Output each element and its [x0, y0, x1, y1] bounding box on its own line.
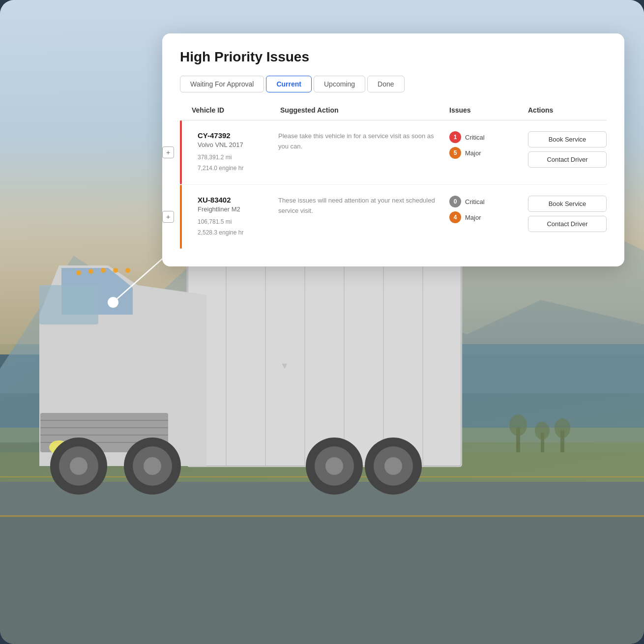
tab-upcoming[interactable]: Upcoming [314, 76, 365, 92]
badge-critical-2: 0 [449, 196, 461, 207]
tabs-container: Waiting For Approval Current Upcoming Do… [180, 76, 607, 92]
svg-point-46 [509, 414, 527, 436]
vehicle-1-suggested-action: Please take this vehicle in for a servic… [278, 131, 449, 152]
tab-current[interactable]: Current [266, 76, 312, 92]
book-service-button-1[interactable]: Book Service [528, 131, 607, 147]
vehicle-1-issues: 1 Critical 5 Major [449, 131, 528, 159]
svg-point-28 [101, 268, 106, 273]
svg-point-33 [70, 457, 88, 475]
svg-point-42 [384, 457, 402, 475]
svg-rect-9 [187, 256, 462, 467]
vehicle-2-actions: Book Service Contact Driver [528, 196, 607, 232]
vehicle-1-model: Volvo VNL 2017 [198, 141, 278, 148]
svg-point-29 [113, 268, 118, 273]
vehicle-1-issue-major: 5 Major [449, 147, 528, 159]
svg-point-36 [144, 457, 161, 475]
row-accent-red [180, 120, 182, 184]
vehicle-2-suggested-action: These issues will need attention at your… [278, 196, 449, 216]
vehicle-1-stats: 378,391.2 mi 7,214.0 engine hr [198, 152, 278, 174]
expand-row-1-button[interactable]: + [162, 146, 174, 158]
book-service-button-2[interactable]: Book Service [528, 196, 607, 212]
vehicle-2-issue-critical: 0 Critical [449, 196, 528, 207]
svg-point-27 [88, 269, 93, 274]
vehicle-2-id: XU-83402 [198, 196, 278, 204]
vehicle-1-id: CY-47392 [198, 131, 278, 140]
svg-point-39 [325, 457, 343, 475]
col-header-suggested-action: Suggested Action [280, 106, 449, 114]
svg-point-26 [76, 270, 81, 275]
vehicle-2-issues: 0 Critical 4 Major [449, 196, 528, 223]
panel: High Priority Issues Waiting For Approva… [162, 33, 624, 266]
badge-major-2: 4 [449, 211, 461, 223]
svg-rect-18 [39, 285, 98, 324]
label-critical-1: Critical [465, 134, 485, 141]
label-major-1: Major [465, 149, 481, 157]
label-critical-2: Critical [465, 198, 485, 205]
col-header-vehicle-id: Vehicle ID [192, 106, 280, 114]
vehicle-2-info: XU-83402 Freightliner M2 106,781.5 mi 2,… [190, 196, 278, 238]
label-major-2: Major [465, 214, 481, 221]
table-row: + XU-83402 Freightliner M2 106,781.5 mi … [180, 185, 607, 249]
svg-point-30 [125, 268, 130, 273]
panel-title: High Priority Issues [180, 49, 607, 65]
vehicle-1-engine-hr: 7,214.0 engine hr [198, 165, 243, 172]
vehicle-1-issue-critical: 1 Critical [449, 131, 528, 143]
svg-point-48 [535, 422, 550, 439]
vehicle-2-issue-major: 4 Major [449, 211, 528, 223]
expand-row-2-button[interactable]: + [162, 211, 174, 223]
table-row: + CY-47392 Volvo VNL 2017 378,391.2 mi 7… [180, 120, 607, 185]
tab-done[interactable]: Done [367, 76, 404, 92]
svg-point-50 [555, 418, 570, 438]
badge-critical-1: 1 [449, 131, 461, 143]
contact-driver-button-2[interactable]: Contact Driver [528, 216, 607, 232]
col-header-actions: Actions [528, 106, 607, 114]
table-header: Vehicle ID Suggested Action Issues Actio… [180, 106, 607, 120]
col-header-issues: Issues [449, 106, 528, 114]
contact-driver-button-1[interactable]: Contact Driver [528, 151, 607, 168]
vehicle-2-model: Freightliner M2 [198, 205, 278, 213]
badge-major-1: 5 [449, 147, 461, 159]
svg-point-44 [108, 297, 118, 308]
vehicle-2-mileage: 106,781.5 mi [198, 218, 232, 225]
svg-rect-6 [0, 516, 644, 644]
row-accent-orange [180, 185, 182, 249]
svg-text:▼: ▼ [280, 361, 289, 371]
vehicle-2-engine-hr: 2,528.3 engine hr [198, 229, 243, 236]
vehicle-1-actions: Book Service Contact Driver [528, 131, 607, 168]
tab-waiting-for-approval[interactable]: Waiting For Approval [180, 76, 264, 92]
vehicle-1-mileage: 378,391.2 mi [198, 154, 232, 161]
vehicle-1-info: CY-47392 Volvo VNL 2017 378,391.2 mi 7,2… [190, 131, 278, 174]
vehicle-2-stats: 106,781.5 mi 2,528.3 engine hr [198, 217, 278, 238]
